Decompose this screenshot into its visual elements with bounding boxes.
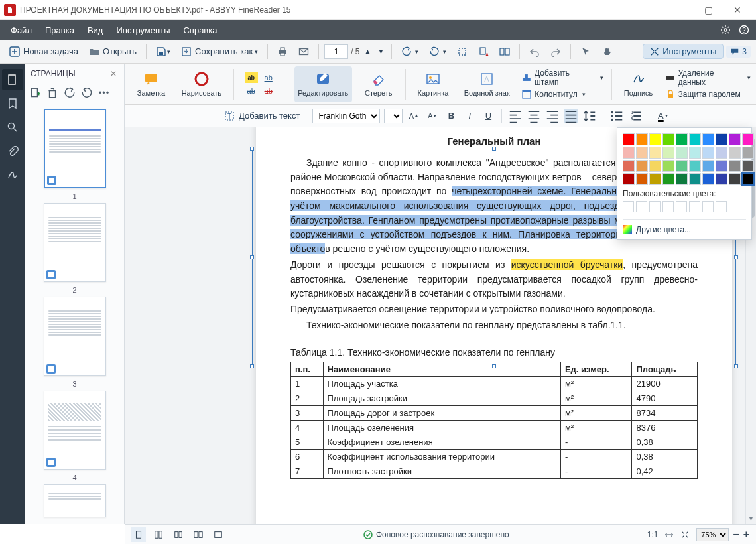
underline-icon[interactable]: ab (262, 72, 275, 83)
color-swatch[interactable] (716, 147, 727, 159)
strikethrough-icon[interactable]: ab (245, 86, 258, 96)
color-swatch[interactable] (702, 133, 714, 145)
email-button[interactable] (294, 43, 313, 60)
align-right-button[interactable] (545, 109, 560, 123)
color-swatch[interactable] (702, 160, 714, 172)
color-swatch[interactable] (623, 173, 635, 185)
insert-text-icon[interactable]: ab (262, 86, 275, 96)
tools-toggle[interactable]: Инструменты (643, 44, 724, 59)
crop-button[interactable] (453, 43, 472, 60)
color-swatch[interactable] (716, 133, 727, 145)
hand-button[interactable] (598, 43, 616, 60)
bold-button[interactable]: B (444, 109, 458, 123)
font-color-button[interactable]: A▾ (655, 109, 670, 123)
color-swatch[interactable] (716, 173, 727, 185)
color-swatch[interactable] (689, 173, 701, 185)
view-continuous-icon[interactable] (151, 527, 166, 542)
color-swatch[interactable] (676, 160, 688, 172)
user-color-slot[interactable] (636, 201, 647, 212)
color-swatch[interactable] (636, 147, 648, 159)
color-swatch[interactable] (689, 147, 701, 159)
rotate-left-button[interactable]: ▾ (397, 43, 422, 60)
settings-gear-icon[interactable] (718, 22, 733, 38)
menu-edit[interactable]: Правка (38, 25, 81, 35)
font-shrink-button[interactable]: A▼ (425, 109, 440, 123)
user-color-slot[interactable] (676, 201, 687, 212)
color-swatch[interactable] (676, 147, 688, 159)
open-button[interactable]: Открыть (85, 43, 141, 60)
color-swatch[interactable] (689, 133, 701, 145)
color-swatch[interactable] (742, 160, 754, 172)
color-swatch[interactable] (729, 147, 741, 159)
zoom-out-button[interactable]: − (733, 529, 739, 541)
user-color-slot[interactable] (702, 201, 714, 212)
color-swatch[interactable] (649, 173, 661, 185)
align-justify-button[interactable] (564, 109, 578, 123)
view-two-pages-icon[interactable] (171, 527, 186, 542)
menu-file[interactable]: Файл (4, 25, 38, 35)
rotate-right-button[interactable]: ▾ (425, 43, 450, 60)
bookmarks-panel-icon[interactable] (2, 93, 23, 114)
color-swatch[interactable] (662, 147, 674, 159)
menu-help[interactable]: Справка (176, 25, 223, 35)
color-swatch[interactable] (662, 133, 674, 145)
erase-button[interactable]: Стереть (360, 66, 397, 102)
thumb-rotate-icon[interactable] (64, 87, 76, 99)
thumbnails-close-icon[interactable]: ✕ (108, 68, 119, 79)
save-as-button[interactable]: Сохранить как▾ (177, 43, 262, 60)
user-color-slot[interactable] (716, 201, 727, 212)
bullet-list-button[interactable] (609, 109, 624, 123)
comments-counter[interactable]: 3 (726, 46, 751, 58)
menu-tools[interactable]: Инструменты (109, 25, 176, 35)
color-swatch[interactable] (636, 133, 648, 145)
font-size-select[interactable]: 14 (384, 109, 403, 123)
color-swatch[interactable] (623, 160, 635, 172)
page-up-button[interactable]: ▲ (363, 43, 373, 60)
thumb-more-icon[interactable]: ••• (98, 87, 110, 99)
color-swatch[interactable] (729, 133, 741, 145)
fit-width-icon[interactable] (664, 530, 674, 539)
color-swatch[interactable] (689, 160, 701, 172)
signature-button[interactable]: Подпись (620, 66, 657, 102)
thumb-add-icon[interactable] (29, 87, 41, 99)
color-swatch[interactable] (636, 160, 648, 172)
color-swatch[interactable] (742, 173, 754, 185)
color-swatch[interactable] (662, 160, 674, 172)
thumbnail-page-5[interactable] (44, 484, 106, 517)
color-swatch[interactable] (702, 147, 714, 159)
line-spacing-button[interactable] (582, 109, 597, 123)
user-color-slot[interactable] (662, 201, 674, 212)
thumbnail-page-4[interactable] (44, 391, 106, 470)
color-swatch[interactable] (676, 133, 688, 145)
minimize-button[interactable]: — (664, 0, 694, 20)
color-swatch[interactable] (702, 173, 714, 185)
undo-button[interactable] (525, 43, 544, 60)
number-list-button[interactable]: 123 (628, 109, 643, 123)
view-book-icon[interactable] (191, 527, 206, 542)
scroll-down-arrow[interactable]: ▼ (746, 513, 756, 524)
color-swatch[interactable] (742, 133, 754, 145)
thumbnail-page-3[interactable] (44, 297, 106, 376)
menu-view[interactable]: Вид (81, 25, 110, 35)
align-left-button[interactable] (508, 109, 523, 123)
color-swatch[interactable] (676, 173, 688, 185)
attachments-panel-icon[interactable] (2, 141, 23, 162)
new-task-button[interactable]: Новая задача (5, 43, 82, 60)
align-center-button[interactable] (527, 109, 541, 123)
font-family-select[interactable]: Franklin Gothic Bo (312, 109, 380, 123)
color-swatch[interactable] (729, 173, 741, 185)
user-color-slot[interactable] (689, 201, 700, 212)
thumb-delete-icon[interactable] (46, 87, 58, 99)
password-button[interactable]: Защита паролем (665, 89, 751, 100)
color-swatch[interactable] (742, 147, 754, 159)
fit-page-icon[interactable] (680, 530, 690, 539)
image-button[interactable]: Картинка (414, 66, 452, 102)
zoom-in-button[interactable]: + (743, 529, 749, 541)
font-grow-button[interactable]: A▲ (407, 109, 421, 123)
highlight-icon[interactable]: ab (245, 72, 258, 83)
thumbnail-page-1[interactable] (44, 109, 106, 188)
redact-button[interactable]: Удаление данных▾ (665, 68, 751, 87)
print-button[interactable] (273, 43, 292, 60)
add-stamp-button[interactable]: Добавить штамп▾ (521, 68, 603, 87)
zoom-select[interactable]: 75% (696, 528, 729, 541)
